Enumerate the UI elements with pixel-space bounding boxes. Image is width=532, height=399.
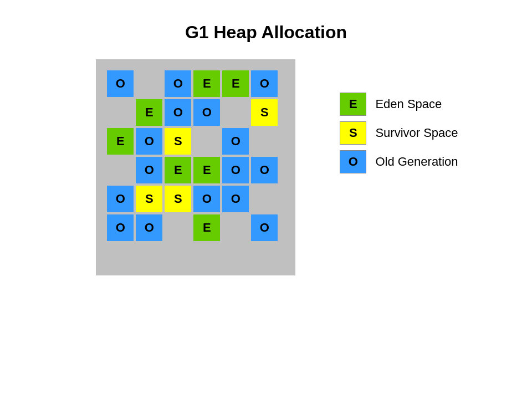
grid-cell-0-2: O bbox=[165, 70, 191, 97]
page-title: G1 Heap Allocation bbox=[0, 0, 532, 43]
grid-row: EOSO bbox=[107, 128, 284, 155]
grid-cell-2-3 bbox=[193, 128, 220, 155]
grid-cell-4-4: O bbox=[222, 186, 249, 212]
grid-cell-4-0: O bbox=[107, 186, 134, 212]
grid-row: OEEOO bbox=[107, 157, 284, 183]
grid-cell-5-1: O bbox=[136, 214, 162, 241]
grid-cell-1-2: O bbox=[165, 99, 191, 126]
grid-cell-1-4 bbox=[222, 99, 249, 126]
grid-row: EOOS bbox=[107, 99, 284, 126]
legend-area: EEden SpaceSSurvivor SpaceOOld Generatio… bbox=[340, 93, 458, 173]
grid-cell-5-4 bbox=[222, 214, 249, 241]
legend-box-o: O bbox=[340, 150, 366, 173]
heap-grid-container: OOEEOEOOSEOSOOEEOOOSSOOOOEO bbox=[96, 59, 295, 275]
grid-cell-3-3: E bbox=[193, 157, 220, 183]
grid-cell-5-3: E bbox=[193, 214, 220, 241]
grid-cell-3-2: E bbox=[165, 157, 191, 183]
grid-cell-2-1: O bbox=[136, 128, 162, 155]
legend-box-s: S bbox=[340, 121, 366, 145]
grid-row: OOEEO bbox=[107, 70, 284, 97]
grid-cell-4-2: S bbox=[165, 186, 191, 212]
grid-cell-4-1: S bbox=[136, 186, 162, 212]
grid-cell-0-0: O bbox=[107, 70, 134, 97]
legend-label-e: Eden Space bbox=[375, 97, 442, 111]
grid-cell-5-0: O bbox=[107, 214, 134, 241]
grid-cell-0-4: E bbox=[222, 70, 249, 97]
grid-cell-1-3: O bbox=[193, 99, 220, 126]
legend-item-o: OOld Generation bbox=[340, 150, 458, 173]
grid-cell-5-5: O bbox=[251, 214, 278, 241]
grid-cell-0-5: O bbox=[251, 70, 278, 97]
grid-cell-0-1 bbox=[136, 70, 162, 97]
grid-cell-5-2 bbox=[165, 214, 191, 241]
grid-row: OSSOO bbox=[107, 186, 284, 212]
grid-row: OOEO bbox=[107, 214, 284, 241]
grid-cell-1-0 bbox=[107, 99, 134, 126]
grid-cell-1-5: S bbox=[251, 99, 278, 126]
legend-label-s: Survivor Space bbox=[375, 126, 458, 140]
grid-cell-2-5 bbox=[251, 128, 278, 155]
grid-cell-3-1: O bbox=[136, 157, 162, 183]
grid-cell-3-0 bbox=[107, 157, 134, 183]
grid-cell-3-4: O bbox=[222, 157, 249, 183]
grid-cell-2-4: O bbox=[222, 128, 249, 155]
grid-cell-4-3: O bbox=[193, 186, 220, 212]
grid-cell-2-2: S bbox=[165, 128, 191, 155]
legend-label-o: Old Generation bbox=[375, 155, 458, 169]
grid-cell-3-5: O bbox=[251, 157, 278, 183]
legend-item-e: EEden Space bbox=[340, 93, 458, 116]
grid-cell-2-0: E bbox=[107, 128, 134, 155]
grid-cell-1-1: E bbox=[136, 99, 162, 126]
grid-cell-4-5 bbox=[251, 186, 278, 212]
grid-cell-0-3: E bbox=[193, 70, 220, 97]
legend-box-e: E bbox=[340, 93, 366, 116]
legend-item-s: SSurvivor Space bbox=[340, 121, 458, 145]
